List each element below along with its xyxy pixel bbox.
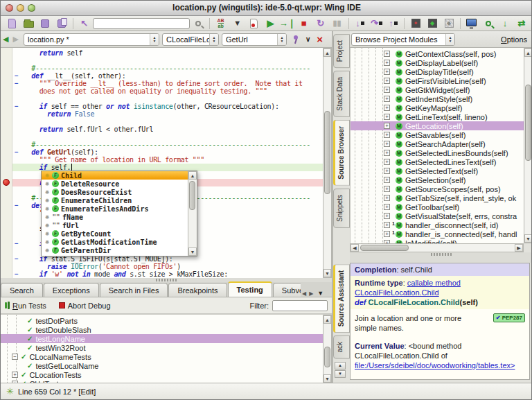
module-tree-item[interactable]: +MGetKeyMap(self) [351, 103, 524, 112]
fold-marker-icon[interactable]: − [15, 202, 21, 209]
nav-forward-icon[interactable]: ▶ [12, 35, 18, 43]
save-icon[interactable] [37, 17, 53, 31]
tabs-menu-icon[interactable]: ▼ [317, 290, 323, 297]
run-to-cursor-icon[interactable]: →❘ [280, 17, 295, 31]
pause-icon[interactable]: ▮▮ [330, 17, 345, 31]
browser-mode-selector[interactable]: Browse Project Modules [351, 33, 455, 46]
scroll-up-icon[interactable]: ▲ [323, 49, 331, 57]
module-tree-item[interactable]: +MGetSelectedLinesText(self) [351, 157, 524, 166]
tabs-scroll-right-icon[interactable]: ▶ [309, 290, 313, 297]
expander-icon[interactable]: + [384, 96, 390, 102]
module-tree-item[interactable]: +MGetSavables(self) [351, 130, 524, 139]
expander-icon[interactable]: + [384, 195, 390, 201]
module-tree-item[interactable]: +M1handler_is_connected(self, handl [351, 229, 524, 238]
module-tree-item[interactable]: +MGetLineText(self, lineno) [351, 112, 524, 121]
scroll-down-icon[interactable]: ▼ [188, 247, 197, 256]
breakpoint-marker-icon[interactable] [3, 179, 10, 186]
expander-icon[interactable]: + [384, 114, 390, 120]
expander-icon[interactable]: + [384, 213, 390, 219]
autocomplete-popup[interactable]: ✺FChild✺FDeleteResource✺FDoesResourceExi… [41, 171, 197, 256]
expander-icon[interactable]: + [384, 159, 390, 165]
module-tree-item[interactable]: +MGetVisualState(self, errs, constra [351, 211, 524, 220]
module-tree-item[interactable]: +MGetIndentStyle(self) [351, 94, 524, 103]
vtab-project[interactable]: Project [333, 34, 350, 68]
save-as-icon[interactable] [54, 17, 69, 31]
abort-debug-button[interactable]: Abort Debug [68, 302, 111, 310]
expander-icon[interactable]: + [384, 78, 390, 84]
vtab-ack[interactable]: ack [333, 336, 350, 359]
module-tree-item[interactable]: +MGetDisplayTitle(self) [351, 67, 524, 76]
scroll-down-icon[interactable]: ▼ [323, 269, 331, 277]
scroll-down-icon[interactable]: ▼ [524, 234, 532, 243]
module-tree-item[interactable]: +MGetDisplayLabel(self) [351, 58, 524, 67]
completion-item[interactable]: ✺FEnumerateFilesAndDirs [42, 205, 197, 213]
toolbar-search-input[interactable] [93, 18, 190, 29]
case-toggle-icon[interactable]: ABab [213, 17, 229, 31]
expander-icon[interactable]: − [12, 354, 18, 360]
refresh-icon[interactable]: ⇄ [514, 17, 529, 31]
expander-icon[interactable]: + [384, 60, 390, 66]
vtab-stack-data[interactable]: Stack Data [333, 71, 350, 117]
options-menu[interactable]: Options [501, 35, 527, 44]
completion-item[interactable]: ✺FGetParentDir [42, 246, 197, 254]
symbol-selector[interactable]: GetUrl [222, 33, 287, 46]
current-value-link[interactable]: file:/Users/sdeibel/doc/woodworking/tabl… [355, 361, 515, 369]
editor-menu-chevron-icon[interactable]: ∨ [305, 35, 310, 43]
vtabs-scroll-down-icon[interactable]: ▼ [335, 370, 346, 378]
tab-breakpoints[interactable]: Breakpoints [168, 283, 227, 297]
test-tree-item[interactable]: +✓CLocationTests [1, 370, 323, 379]
runtime-class-link[interactable]: CLocalFileLocation.Child [355, 288, 439, 297]
debug-io-icon[interactable] [464, 17, 479, 31]
module-tree-item[interactable]: +MIsModified(self) [351, 238, 524, 243]
completion-item[interactable]: ✺FDeleteResource [42, 180, 197, 188]
test-tree-item[interactable]: ✓testGetLocalName [1, 361, 323, 370]
tab-subversion[interactable]: Subversion [273, 283, 301, 297]
stop-icon[interactable]: ■ [296, 17, 312, 31]
fold-marker-icon[interactable]: − [15, 271, 21, 277]
vtabs-scroll-up-icon[interactable]: ▲ [335, 362, 346, 369]
test-tree-item[interactable]: ✓testLongName [1, 334, 323, 343]
code-editor[interactable]: return self #---------------------------… [1, 48, 332, 278]
scroll-down-icon[interactable]: ▼ [323, 374, 331, 383]
editor-scrollbar[interactable]: ▲ ▼ [323, 48, 332, 278]
fold-marker-icon[interactable]: − [15, 149, 21, 155]
breakpoint-icon[interactable]: ✦ [408, 17, 423, 31]
close-file-icon[interactable]: × [317, 34, 323, 44]
expander-icon[interactable]: + [384, 231, 390, 237]
new-file-icon[interactable] [4, 17, 19, 31]
fold-marker-icon[interactable]: − [15, 73, 21, 79]
expander-icon[interactable]: + [384, 132, 390, 138]
step-into-icon[interactable]: ↓ [352, 17, 367, 31]
class-selector[interactable]: CLocalFileLoc [162, 33, 219, 46]
tab-testing[interactable]: Testing [228, 281, 272, 297]
fold-marker-icon[interactable]: − [15, 241, 21, 247]
expander-icon[interactable]: + [384, 105, 390, 111]
expander-icon[interactable]: + [384, 51, 390, 57]
expander-icon[interactable]: + [384, 87, 390, 93]
pin-editor-icon[interactable] [292, 35, 299, 44]
breakpoint-disable-icon[interactable]: ◆ [441, 17, 456, 31]
module-tree-scrollbar[interactable]: ▲ ▼ [524, 48, 532, 243]
module-tree-item[interactable]: +MGetGtkWidget(self) [351, 85, 524, 94]
scroll-right-icon[interactable]: ▶ [515, 244, 523, 252]
module-tree-item[interactable]: +MGetSourceScopes(self, pos) [351, 184, 524, 193]
test-tree-item[interactable]: −✓CLocalNameTests [1, 352, 323, 361]
module-tree-item[interactable]: +M1handler_disconnect(self, id) [351, 220, 524, 229]
test-tree-item[interactable]: ✓testDotParts [1, 316, 323, 325]
completion-item[interactable]: ✺FEnumerateChildren [42, 196, 197, 205]
restart-icon[interactable]: ↻ [313, 17, 328, 31]
run-icon[interactable]: ▶ [263, 17, 278, 31]
test-tree-scrollbar[interactable]: ▲ ▼ [323, 315, 332, 383]
test-tree-item[interactable]: ✓testWin32Root [1, 343, 323, 352]
filter-input[interactable] [272, 300, 328, 311]
expander-icon[interactable]: + [384, 222, 390, 228]
test-tree[interactable]: ✓testDotParts✓testDoubleSlash✓testLongNa… [1, 314, 332, 383]
completion-item[interactable]: ✺FGetByteCount [42, 229, 197, 238]
completion-item[interactable]: ✺""fName [42, 213, 197, 221]
expander-icon[interactable]: + [384, 168, 390, 174]
module-tree-item[interactable]: +MGetToolbar(self) [351, 202, 524, 211]
scroll-thumb[interactable] [324, 111, 330, 194]
tabs-scroll-left-icon[interactable]: ◀ [302, 290, 306, 297]
module-tree-item[interactable]: +MGetContextClass(self, pos) [351, 49, 524, 58]
titlebar[interactable]: location.py (wingutils): ide-5.0-qt.wpr:… [1, 1, 532, 16]
